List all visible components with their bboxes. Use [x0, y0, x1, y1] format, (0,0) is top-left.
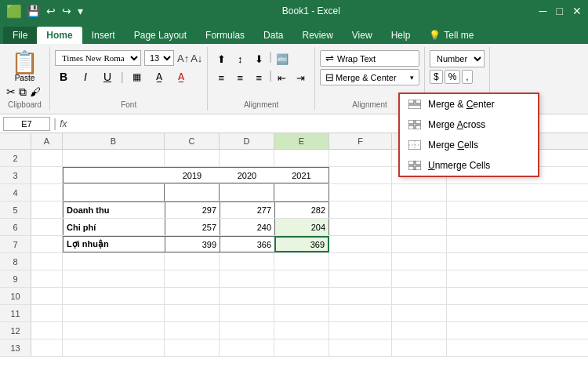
tab-review[interactable]: Review [292, 27, 342, 44]
cell-d2[interactable] [220, 150, 274, 166]
right-align-button[interactable]: ≡ [250, 69, 267, 86]
col-header-a[interactable]: A [31, 133, 63, 149]
cell-e12[interactable] [274, 322, 329, 339]
top-align-button[interactable]: ⬆ [212, 50, 230, 67]
center-align-button[interactable]: ≡ [231, 69, 249, 86]
cell-d13[interactable] [220, 339, 274, 356]
format-painter-icon[interactable]: 🖌 [30, 85, 41, 99]
tab-insert[interactable]: Insert [82, 27, 125, 44]
cell-g4[interactable] [392, 184, 447, 201]
cell-a11[interactable] [31, 305, 63, 321]
cell-g10[interactable] [392, 288, 447, 304]
increase-font-size-button[interactable]: A↑ [177, 53, 189, 64]
cell-g7[interactable] [392, 236, 447, 252]
border-button[interactable]: ▦ [129, 68, 146, 85]
cell-a9[interactable] [31, 270, 63, 287]
cell-b10[interactable] [63, 288, 165, 304]
cell-b9[interactable] [63, 270, 165, 287]
cell-a3[interactable] [31, 167, 63, 183]
cell-d6[interactable]: 240 [220, 219, 274, 235]
bold-button[interactable]: B [55, 68, 72, 85]
fill-color-button[interactable]: A̲ [151, 68, 168, 85]
col-header-b[interactable]: B [63, 133, 165, 149]
cell-f3[interactable] [329, 167, 392, 183]
cell-d8[interactable] [220, 253, 274, 270]
cell-f9[interactable] [329, 270, 392, 287]
cell-g5[interactable] [392, 201, 447, 218]
cell-e8[interactable] [274, 253, 329, 270]
cell-e3[interactable]: 2021 [274, 167, 329, 183]
cell-c7[interactable]: 399 [165, 236, 220, 252]
undo-icon[interactable]: ↩ [46, 5, 56, 17]
cell-f10[interactable] [329, 288, 392, 304]
dollar-button[interactable]: $ [430, 70, 443, 84]
col-header-c[interactable]: C [165, 133, 220, 149]
cell-f5[interactable] [329, 201, 392, 218]
cell-f11[interactable] [329, 305, 392, 321]
cell-e13[interactable] [274, 339, 329, 356]
cell-d4[interactable] [220, 184, 274, 201]
cell-c8[interactable] [165, 253, 220, 270]
cell-a4[interactable] [31, 184, 63, 201]
cell-d5[interactable]: 277 [220, 201, 274, 218]
maximize-icon[interactable]: □ [557, 5, 563, 17]
cell-a10[interactable] [31, 288, 63, 304]
cell-f8[interactable] [329, 253, 392, 270]
font-family-select[interactable]: Times New Roman [55, 50, 141, 66]
cell-a7[interactable] [31, 236, 63, 252]
close-icon[interactable]: ✕ [572, 5, 582, 17]
tab-data[interactable]: Data [254, 27, 292, 44]
cell-d12[interactable] [220, 322, 274, 339]
tab-file[interactable]: File [3, 27, 37, 44]
col-header-f[interactable]: F [329, 133, 392, 149]
cell-a6[interactable] [31, 219, 63, 235]
font-color-button[interactable]: A̲ [172, 68, 190, 85]
tab-tell-me[interactable]: 💡Tell me [419, 27, 483, 44]
col-header-d[interactable]: D [220, 133, 274, 149]
cell-g9[interactable] [392, 270, 447, 287]
italic-button[interactable]: I [77, 68, 94, 85]
cell-b3[interactable] [63, 167, 165, 183]
cell-e6[interactable]: 204 [274, 219, 329, 235]
cut-icon[interactable]: ✂ [6, 85, 16, 99]
percent-button[interactable]: % [445, 70, 461, 84]
tab-view[interactable]: View [343, 27, 382, 44]
cell-b13[interactable] [63, 339, 165, 356]
cell-c13[interactable] [165, 339, 220, 356]
cell-g13[interactable] [392, 339, 447, 356]
bottom-align-button[interactable]: ⬇ [250, 50, 267, 67]
tab-page-layout[interactable]: Page Layout [125, 27, 196, 44]
cell-f6[interactable] [329, 219, 392, 235]
underline-button[interactable]: U [99, 68, 116, 85]
comma-button[interactable]: , [462, 70, 472, 84]
cell-d7[interactable]: 366 [220, 236, 274, 252]
number-format-select[interactable]: Number [430, 50, 485, 67]
tab-help[interactable]: Help [382, 27, 420, 44]
cell-b2[interactable] [63, 150, 165, 166]
cell-b6[interactable]: Chi phí [63, 219, 165, 235]
customize-icon[interactable]: ▾ [78, 5, 83, 17]
increase-indent-button[interactable]: ⇥ [292, 69, 310, 86]
cell-e9[interactable] [274, 270, 329, 287]
col-header-e[interactable]: E [274, 133, 329, 149]
cell-e7[interactable]: 369 [274, 236, 329, 252]
cell-c2[interactable] [165, 150, 220, 166]
cell-b12[interactable] [63, 322, 165, 339]
cell-c4[interactable] [165, 184, 220, 201]
merge-center-dropdown-arrow[interactable]: ▾ [410, 74, 414, 82]
cell-g12[interactable] [392, 322, 447, 339]
cell-e4[interactable] [274, 184, 329, 201]
cell-e2[interactable] [274, 150, 329, 166]
redo-icon[interactable]: ↪ [62, 5, 71, 17]
decrease-font-size-button[interactable]: A↓ [191, 53, 202, 64]
cell-b11[interactable] [63, 305, 165, 321]
cell-f12[interactable] [329, 322, 392, 339]
name-box[interactable] [3, 117, 50, 131]
cell-g11[interactable] [392, 305, 447, 321]
paste-button[interactable]: 📋 Paste [6, 52, 43, 82]
cell-a5[interactable] [31, 201, 63, 218]
cell-c5[interactable]: 297 [165, 201, 220, 218]
cell-d11[interactable] [220, 305, 274, 321]
minimize-icon[interactable]: ─ [539, 5, 547, 17]
cell-c6[interactable]: 257 [165, 219, 220, 235]
